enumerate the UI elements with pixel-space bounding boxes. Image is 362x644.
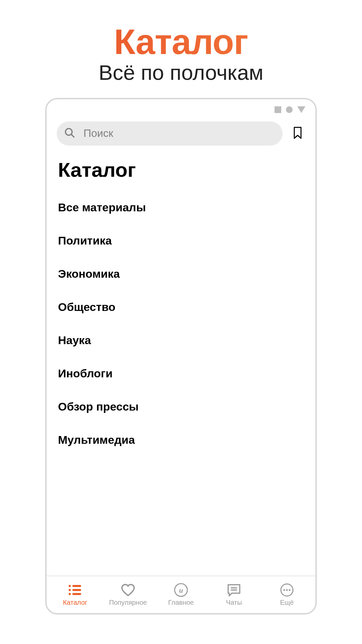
status-circle-icon [286,106,293,113]
svg-point-14 [286,589,288,591]
page-title: Каталог [47,146,315,187]
nav-label: Ещё [280,599,294,606]
svg-rect-5 [72,585,81,587]
bottom-nav: Каталог Популярное и Главное [47,576,315,613]
search-icon [64,127,75,140]
svg-point-13 [283,589,285,591]
nav-item-catalog[interactable]: Каталог [49,583,102,606]
search-row: Поиск [47,121,315,146]
list-icon [67,583,83,597]
more-icon [280,583,294,597]
nav-label: Чаты [226,599,242,606]
category-item[interactable]: Все материалы [58,191,304,224]
nav-item-popular[interactable]: Популярное [102,583,155,606]
status-bar [47,99,315,120]
chat-icon [227,583,241,597]
svg-point-4 [69,593,71,595]
heart-icon [121,583,135,597]
category-item[interactable]: Наука [58,324,304,357]
svg-rect-7 [72,593,81,595]
brand-circle-icon: и [174,583,188,597]
nav-label: Популярное [109,599,147,606]
nav-label: Главное [168,599,194,606]
svg-point-15 [289,589,290,591]
category-item[interactable]: Экономика [58,257,304,290]
svg-point-3 [69,589,71,591]
category-list: Все материалы Политика Экономика Обществ… [47,187,315,457]
phone-frame: Поиск Каталог Все материалы Политика Эко… [45,98,317,614]
promo-header: Каталог Всё по полочкам [0,0,362,98]
svg-rect-6 [72,589,81,591]
category-item[interactable]: Обзор прессы [58,390,304,423]
svg-line-1 [71,134,74,137]
svg-text:и: и [179,586,183,594]
nav-item-chats[interactable]: Чаты [207,583,260,606]
nav-item-more[interactable]: Ещё [260,583,313,606]
promo-title: Каталог [0,23,362,60]
nav-label: Каталог [63,599,87,606]
promo-subtitle: Всё по полочкам [0,61,362,84]
category-item[interactable]: Иноблоги [58,357,304,390]
category-item[interactable]: Общество [58,290,304,324]
status-square-icon [275,106,281,113]
search-input[interactable]: Поиск [57,121,283,146]
nav-item-main[interactable]: и Главное [155,583,207,606]
category-item[interactable]: Политика [58,224,304,257]
status-triangle-icon [297,106,305,113]
search-placeholder: Поиск [83,127,113,140]
svg-point-2 [69,585,71,587]
bookmark-icon [293,126,303,141]
category-item[interactable]: Мультимедиа [58,423,304,457]
bookmarks-button[interactable] [290,126,305,141]
